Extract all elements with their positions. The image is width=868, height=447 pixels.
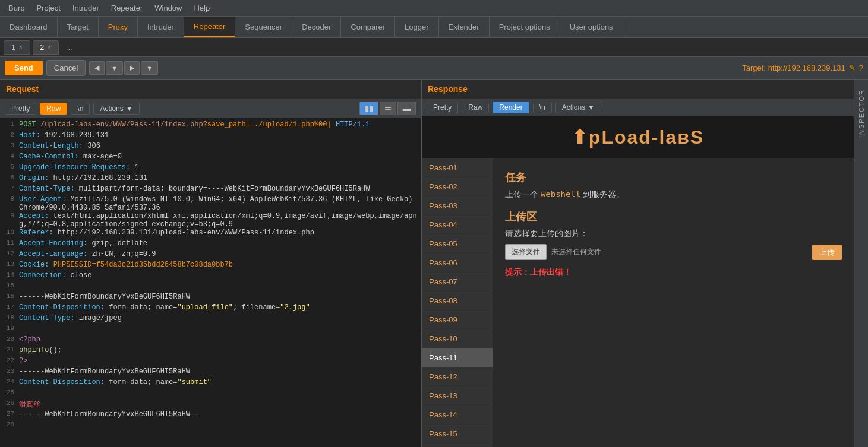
table-row: 26 滑真丝 [0,400,421,410]
table-row: 3 Content-Length: 306 [0,142,421,153]
view-single-icon[interactable]: ▬ [397,102,416,115]
tab-project-options[interactable]: Project options [490,17,560,37]
upload-title: 上传区 [505,210,842,224]
request-actions-btn[interactable]: Actions ▼ [93,103,139,115]
response-ln-btn[interactable]: \n [533,102,552,113]
inspector-sidebar: INSPECTOR [854,80,868,447]
choose-file-button[interactable]: 选择文件 [505,244,547,260]
menu-burp[interactable]: Burp [2,1,30,15]
close-tab-1-icon[interactable]: × [19,44,23,50]
nav-pass-07[interactable]: Pass-07 [422,272,493,291]
nav-prev-dropdown[interactable]: ▼ [106,61,123,75]
menu-repeater[interactable]: Repeater [105,1,149,15]
request-ln-btn[interactable]: \n [71,103,90,115]
file-input-area: 选择文件 未选择任何文件 上传 [505,244,842,260]
response-toolbar: Pretty Raw Render \n Actions ▼ [422,99,854,116]
table-row: 6 Origin: http://192.168.239.131 [0,174,421,185]
nav-buttons: ◀ ▼ ▶ ▼ [89,61,158,75]
nav-pass-05[interactable]: Pass-05 [422,234,493,253]
tab-repeater[interactable]: Repeater [184,17,235,37]
table-row: 18 Content-Type: image/jpeg [0,314,421,325]
nav-next-button[interactable]: ▶ [124,61,140,75]
main-content: Request Pretty Raw \n Actions ▼ ▮▮ ═ ▬ 1… [0,80,868,447]
nav-pass-13[interactable]: Pass-13 [422,386,493,405]
response-raw-btn[interactable]: Raw [462,102,489,113]
response-actions-dropdown-icon: ▼ [588,103,595,112]
repeater-tab-1[interactable]: 1 × [4,40,30,55]
table-row: 22 ?> [0,357,421,367]
table-row: 4 Cache-Control: max-age=0 [0,153,421,163]
edit-icon[interactable]: ✎ [849,64,856,72]
close-tab-2-icon[interactable]: × [48,44,51,50]
response-pretty-btn[interactable]: Pretty [427,102,458,113]
tab-intruder[interactable]: Intruder [138,17,184,37]
table-row: 12 Accept-Language: zh-CN, zh;q=0.9 [0,250,421,261]
table-row: 19 [0,325,421,335]
view-horizontal-icon[interactable]: ═ [380,102,396,115]
actions-dropdown-icon: ▼ [126,104,133,113]
task-title: 任务 [505,170,842,185]
menu-bar: Burp Project Intruder Repeater Window He… [0,0,868,17]
upload-section: 上传区 请选择要上传的图片： 选择文件 未选择任何文件 上传 提示：上传出错！ [505,210,842,278]
nav-pass-11[interactable]: Pass-11 [422,348,493,367]
toolbar: Send Cancel ◀ ▼ ▶ ▼ Target: http://192.1… [0,57,868,80]
nav-pass-08[interactable]: Pass-08 [422,291,493,310]
menu-window[interactable]: Window [149,1,188,15]
nav-pass-06[interactable]: Pass-06 [422,253,493,272]
menu-intruder[interactable]: Intruder [67,1,105,15]
table-row: 8 User-Agent: Mozilla/5.0 (Windows NT 10… [0,195,421,212]
tab-comparer[interactable]: Comparer [341,17,395,37]
nav-pass-15[interactable]: Pass-15 [422,424,493,443]
tab-dashboard[interactable]: Dashboard [0,17,58,37]
help-icon[interactable]: ? [859,64,863,72]
nav-pass-12[interactable]: Pass-12 [422,367,493,386]
response-actions-btn[interactable]: Actions ▼ [555,102,601,113]
table-row: 23 ------WebKitFormBoundaryYvxBeGUF6HI5R… [0,367,421,378]
upload-label: 请选择要上传的图片： [505,229,842,239]
tab-sequencer[interactable]: Sequencer [235,17,292,37]
nav-pass-16[interactable]: Pass-16 [422,443,493,447]
menu-project[interactable]: Project [30,1,66,15]
nav-pass-10[interactable]: Pass-10 [422,329,493,348]
tab-target[interactable]: Target [58,17,99,37]
request-pretty-btn[interactable]: Pretty [5,103,36,115]
sidebar-nav: Pass-01 Pass-02 Pass-03 Pass-04 Pass-05 … [422,158,493,447]
webshell-text: webshell [541,189,580,199]
table-row: 25 [0,389,421,400]
tab-user-options[interactable]: User options [560,17,623,37]
nav-prev-button[interactable]: ◀ [89,61,105,75]
view-split-icon[interactable]: ▮▮ [359,102,378,115]
response-title: Response [428,84,468,94]
page-logo: ⬆pLoad-laвS [431,126,844,148]
inspector-label: INSPECTOR [858,84,865,142]
nav-next-dropdown[interactable]: ▼ [141,61,158,75]
tab-proxy[interactable]: Proxy [99,17,138,37]
tab-decoder[interactable]: Decoder [292,17,341,37]
render-area: ⬆pLoad-laвS Pass-01 Pass-02 Pass-03 Pass… [422,116,854,447]
cancel-button[interactable]: Cancel [46,60,86,76]
table-row: 21 phpinfo(); [0,346,421,357]
repeater-tabs: 1 × 2 × ... [0,38,868,57]
nav-pass-02[interactable]: Pass-02 [422,177,493,196]
new-tab-button[interactable]: ... [61,40,77,54]
nav-pass-04[interactable]: Pass-04 [422,215,493,234]
response-render-btn[interactable]: Render [493,102,529,113]
repeater-tab-2[interactable]: 2 × [33,40,59,55]
response-panel: Response Pretty Raw Render \n Actions ▼ … [422,80,854,447]
menu-help[interactable]: Help [188,1,216,15]
request-code-area[interactable]: 1 POST /upload-labs-env/WWW/Pass-11/inde… [0,118,421,447]
nav-pass-09[interactable]: Pass-09 [422,310,493,329]
table-row: 28 [0,421,421,432]
nav-pass-01[interactable]: Pass-01 [422,158,493,177]
tab-extender[interactable]: Extender [439,17,490,37]
table-row: 24 Content-Disposition: form-data; name=… [0,378,421,389]
nav-pass-14[interactable]: Pass-14 [422,405,493,424]
nav-pass-03[interactable]: Pass-03 [422,196,493,215]
send-button[interactable]: Send [5,61,43,75]
no-file-label: 未选择任何文件 [551,247,601,257]
request-raw-btn[interactable]: Raw [40,103,67,115]
upload-submit-button[interactable]: 上传 [812,245,842,260]
error-message: 提示：上传出错！ [505,267,842,278]
tab-logger[interactable]: Logger [395,17,438,37]
table-row: 7 Content-Type: multipart/form-data; bou… [0,185,421,195]
